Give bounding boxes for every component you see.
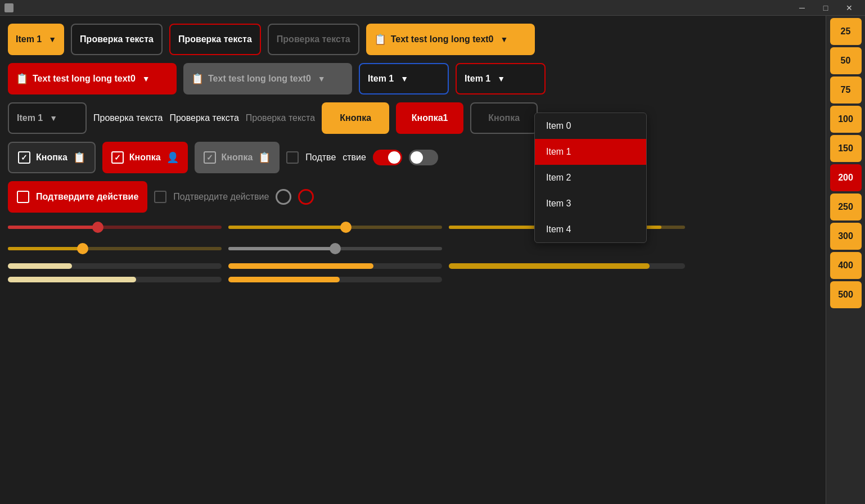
chevron-down-icon-7: ▼ (49, 114, 57, 123)
standalone-checkbox[interactable] (286, 151, 299, 164)
maximize-button[interactable]: □ (814, 0, 837, 16)
checkbox-btn-gray[interactable]: Кнопка 📋 (195, 142, 280, 173)
confirm-plain-label: Подтвердите действие (173, 192, 269, 202)
sidebar-btn-100[interactable]: 100 (830, 106, 862, 133)
dropdown-red-border-label: Item 1 (465, 74, 490, 84)
progress-gold2 (449, 263, 685, 269)
progress-cream-2 (8, 277, 222, 282)
clipboard-icon-cb1: 📋 (73, 151, 85, 164)
checkbox-btn-dark[interactable]: Кнопка 📋 (8, 142, 96, 173)
confirm-plain-checkbox[interactable] (154, 191, 166, 203)
user-icon-cb2: 👤 (166, 151, 179, 164)
dropdown-gray-border[interactable]: Item 1 ▼ (8, 102, 87, 134)
slider-red[interactable] (8, 220, 222, 234)
dropdown-item1-label: Item 1 (16, 34, 42, 44)
row-3: Item 1 ▼ Проверка текста Проверка текста… (8, 102, 818, 134)
toggle-off[interactable] (409, 150, 438, 165)
slider-gold-2[interactable] (8, 242, 222, 255)
row-1: Item 1 ▼ Проверка текста Проверка текста… (8, 24, 818, 55)
sidebar-btn-400[interactable]: 400 (830, 252, 862, 279)
chevron-down-icon-2: ▼ (501, 35, 508, 44)
dropdown-longtext1-label: Text test long long text0 (391, 34, 494, 44)
sidebar: 25 50 75 100 150 200 250 300 400 500 (826, 16, 865, 504)
dropdown-menu: Item 0 Item 1 Item 2 Item 3 Item 4 (534, 112, 647, 243)
input-field-2[interactable]: Проверка текста (169, 24, 261, 55)
row-5: Подтвердите действие Подтвердите действи… (8, 181, 818, 213)
chevron-down-icon-3: ▼ (142, 74, 150, 83)
input-field-1[interactable]: Проверка текста (71, 24, 163, 55)
progress-row-2 (8, 277, 818, 282)
dropdown-gray-1[interactable]: 📋 Text test long long text0 ▼ (183, 63, 352, 94)
checkbox-btn-red[interactable]: Кнопка 👤 (102, 142, 188, 173)
checkbox-icon-red (111, 151, 124, 164)
checkbox-icon-dark (18, 151, 30, 164)
app-icon (4, 3, 13, 12)
close-button[interactable]: ✕ (838, 0, 861, 16)
progress-gold-2 (228, 277, 442, 282)
chevron-down-icon-5: ▼ (400, 74, 408, 83)
knopka-button-2[interactable]: Кнопка1 (396, 102, 463, 134)
dropdown-menu-item-0[interactable]: Item 0 (535, 113, 646, 139)
slider-gray[interactable] (228, 242, 442, 255)
chevron-down-icon: ▼ (48, 35, 56, 44)
row-4: Кнопка 📋 Кнопка 👤 Кнопка 📋 Подтве ствие (8, 142, 818, 173)
titlebar: ─ □ ✕ (0, 0, 865, 16)
dropdown-red-1-label: Text test long long text0 (33, 74, 136, 84)
input-field-2-label: Проверка текста (178, 34, 252, 44)
dropdown-longtext1[interactable]: 📋 Text test long long text0 ▼ (366, 24, 535, 55)
checkbox-btn-red-label: Кнопка (129, 152, 161, 163)
dropdown-item1[interactable]: Item 1 ▼ (8, 24, 64, 55)
input-field-3-label: Проверка текста (277, 34, 350, 44)
dropdown-menu-item-2[interactable]: Item 2 (535, 165, 646, 191)
knopka-button-1[interactable]: Кнопка (322, 102, 389, 134)
plain-text-1: Проверка текста (93, 113, 163, 123)
sidebar-btn-75[interactable]: 75 (830, 76, 862, 104)
slider-row-1 (8, 220, 818, 234)
sidebar-btn-50[interactable]: 50 (830, 47, 862, 74)
sidebar-btn-150[interactable]: 150 (830, 135, 862, 162)
sidebar-btn-200[interactable]: 200 (830, 164, 862, 191)
knopka-button-3[interactable]: Кнопка (470, 102, 538, 134)
slider-row-2 (8, 242, 818, 255)
dropdown-menu-item-3[interactable]: Item 3 (535, 191, 646, 217)
confirm-partial-2: ствие (343, 152, 366, 163)
sidebar-btn-500[interactable]: 500 (830, 281, 862, 308)
titlebar-controls: ─ □ ✕ (791, 0, 861, 16)
confirm-partial-1: Подтве (305, 152, 336, 163)
toggle-on[interactable] (373, 150, 402, 165)
row-2: 📋 Text test long long text0 ▼ 📋 Text tes… (8, 63, 818, 94)
titlebar-left (4, 3, 13, 12)
confirm-action-button[interactable]: Подтвердите действие (8, 181, 147, 213)
dropdown-red-border[interactable]: Item 1 ▼ (456, 63, 546, 94)
progress-cream (8, 263, 222, 269)
sidebar-btn-250[interactable]: 250 (830, 194, 862, 220)
checkbox-icon-gray (204, 151, 216, 164)
main-layout: Item 1 ▼ Проверка текста Проверка текста… (0, 16, 865, 504)
clipboard-icon-cb3: 📋 (258, 151, 271, 164)
dropdown-red-1[interactable]: 📋 Text test long long text0 ▼ (8, 63, 177, 94)
dropdown-gray-border-label: Item 1 (17, 113, 43, 123)
radio-button-1[interactable] (276, 189, 291, 205)
checkbox-btn-gray-label: Кнопка (222, 152, 253, 163)
dropdown-menu-item-4[interactable]: Item 4 (535, 217, 646, 242)
confirm-checkbox[interactable] (17, 191, 29, 203)
toggle-knob-off (411, 151, 423, 164)
sidebar-btn-300[interactable]: 300 (830, 223, 862, 250)
minimize-button[interactable]: ─ (791, 0, 813, 16)
confirm-plain-action: Подтвердите действие (154, 191, 269, 203)
input-field-3[interactable]: Проверка текста (268, 24, 359, 55)
chevron-down-icon-4: ▼ (318, 74, 326, 83)
plain-text-3: Проверка текста (246, 113, 315, 123)
progress-row-1 (8, 263, 818, 269)
chevron-down-icon-6: ▼ (497, 74, 505, 83)
confirm-action-label: Подтвердите действие (36, 192, 138, 202)
slider-gold[interactable] (228, 220, 442, 234)
toggle-knob-on (388, 151, 400, 164)
content-area: Item 1 ▼ Проверка текста Проверка текста… (0, 16, 826, 504)
radio-button-2[interactable] (298, 189, 314, 205)
dropdown-blue-border[interactable]: Item 1 ▼ (359, 63, 449, 94)
progress-gold (228, 263, 442, 269)
dropdown-menu-item-1[interactable]: Item 1 (535, 139, 646, 165)
dropdown-blue-border-label: Item 1 (368, 74, 394, 84)
sidebar-btn-25[interactable]: 25 (830, 18, 862, 45)
